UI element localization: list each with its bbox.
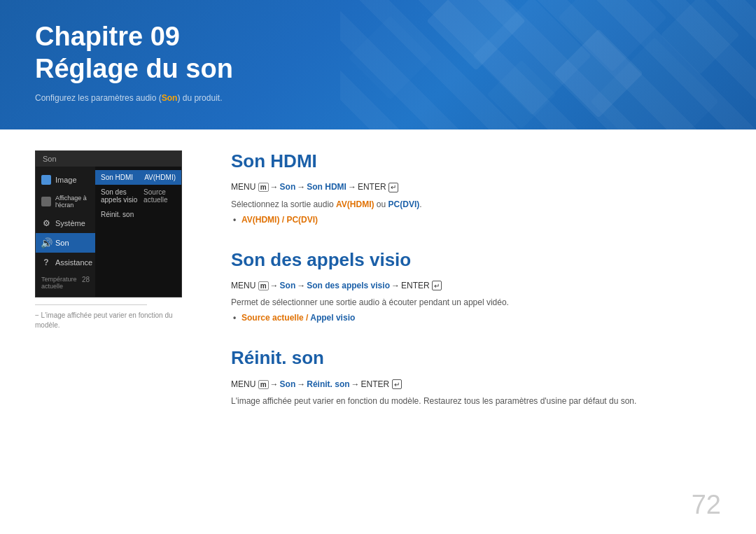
menu-item-sound[interactable]: 🔊 Son xyxy=(36,233,95,253)
subtitle-suffix: ) du produit. xyxy=(177,93,222,103)
subtitle-highlight: Son xyxy=(162,93,178,103)
path-son3: Son xyxy=(280,379,296,389)
arrow8: → xyxy=(297,379,305,389)
son-hdmi-desc: Sélectionnez la sortie audio AV(HDMI) ou… xyxy=(231,198,721,211)
chapter-main-title: Réglage du son xyxy=(35,54,233,83)
menu-right: Son HDMI AV(HDMI) Son des appels visio S… xyxy=(95,167,181,297)
system-icon: ⚙ xyxy=(41,218,51,228)
path-son-appels: Son des appels visio xyxy=(307,281,390,290)
menu-right-item-reinit[interactable]: Réinit. son xyxy=(95,207,181,222)
son-hdmi-bullets: AV(HDMI) / PC(DVI) xyxy=(231,215,721,225)
temp-label: Température actuelle xyxy=(41,276,82,290)
page-number: 72 xyxy=(692,490,721,520)
son-appels-bullets: Source actuelle / Appel visio xyxy=(231,313,721,323)
reinit-label: Réinit. son xyxy=(101,211,134,218)
son-hdmi-bullet-1: AV(HDMI) / PC(DVI) xyxy=(241,215,721,225)
arrow7: → xyxy=(270,379,279,389)
page-header: Chapitre 09 Réglage du son Configurez le… xyxy=(0,0,756,129)
temp-value: 28 xyxy=(82,276,90,290)
son-appels-desc: Permet de sélectionner une sortie audio … xyxy=(231,296,721,309)
header-content: Chapitre 09 Réglage du son Configurez le… xyxy=(0,0,756,124)
main-content: Son Image Affichage à l'écran ⚙ Système xyxy=(0,129,756,534)
menu-label-help: Assistance xyxy=(55,258,92,267)
note-section: − L'image affichée peut varier en foncti… xyxy=(35,304,196,330)
note-divider xyxy=(35,304,147,305)
menu-item-help[interactable]: ? Assistance xyxy=(36,253,95,272)
section-reinit: Réinit. son MENU m → Son → Réinit. son →… xyxy=(231,347,721,407)
menu-label-sound: Son xyxy=(55,239,69,247)
arrow9: → xyxy=(351,379,360,389)
arrow1: → xyxy=(270,182,279,192)
path-son-hdmi: Son HDMI xyxy=(307,182,346,192)
arrow2: → xyxy=(297,182,305,192)
menu-right-item-son-hdmi[interactable]: Son HDMI AV(HDMI) xyxy=(95,170,181,185)
arrow5: → xyxy=(297,281,305,290)
path-enter3: ENTER ↵ xyxy=(361,379,402,390)
menu-temp-row: Température actuelle 28 xyxy=(36,272,95,293)
section-son-appels: Son des appels visio MENU m → Son → Son … xyxy=(231,249,721,323)
menu-header: Son xyxy=(36,151,181,167)
chapter-subtitle: Configurez les paramètres audio (Son) du… xyxy=(35,93,721,103)
image-icon xyxy=(41,175,51,185)
menu-item-display[interactable]: Affichage à l'écran xyxy=(36,190,95,213)
son-appels-bullet-1: Source actuelle / Appel visio xyxy=(241,313,721,323)
menu-items-container: Image Affichage à l'écran ⚙ Système 🔊 So… xyxy=(36,167,181,297)
menu-label-system: Système xyxy=(55,219,85,227)
menu-label-display: Affichage à l'écran xyxy=(55,195,90,209)
arrow3: → xyxy=(348,182,356,192)
help-icon: ? xyxy=(41,258,51,267)
menu-path-menu: MENU m xyxy=(231,182,269,192)
section-son-hdmi: Son HDMI MENU m → Son → Son HDMI → ENTER… xyxy=(231,150,721,225)
menu-screenshot: Son Image Affichage à l'écran ⚙ Système xyxy=(35,150,182,297)
arrow4: → xyxy=(270,281,279,290)
son-appels-value: Source actuelle xyxy=(144,188,176,204)
reinit-title: Réinit. son xyxy=(231,347,721,369)
menu-label-image: Image xyxy=(55,176,77,184)
path-reinit: Réinit. son xyxy=(307,379,349,389)
menu-header-label: Son xyxy=(43,155,57,163)
menu-item-image[interactable]: Image xyxy=(36,170,95,190)
menu-path-menu3: MENU m xyxy=(231,379,269,389)
display-icon xyxy=(41,197,51,206)
son-appels-menu-path: MENU m → Son → Son des appels visio → EN… xyxy=(231,281,721,291)
subtitle-prefix: Configurez les paramètres audio ( xyxy=(35,93,162,103)
son-hdmi-menu-path: MENU m → Son → Son HDMI → ENTER ↵ xyxy=(231,182,721,192)
son-hdmi-title: Son HDMI xyxy=(231,150,721,172)
path-son2: Son xyxy=(280,281,296,290)
right-panel: Son HDMI MENU m → Son → Son HDMI → ENTER… xyxy=(231,150,721,513)
son-hdmi-label: Son HDMI xyxy=(101,174,133,181)
menu-right-item-son-appels[interactable]: Son des appels visio Source actuelle xyxy=(95,185,181,207)
menu-item-system[interactable]: ⚙ Système xyxy=(36,213,95,233)
son-hdmi-value: AV(HDMI) xyxy=(144,174,176,181)
chapter-label: Chapitre 09 xyxy=(35,22,180,51)
menu-left: Image Affichage à l'écran ⚙ Système 🔊 So… xyxy=(36,167,95,297)
reinit-menu-path: MENU m → Son → Réinit. son → ENTER ↵ xyxy=(231,379,721,390)
son-appels-label: Son des appels visio xyxy=(101,188,144,204)
chapter-title: Chapitre 09 Réglage du son xyxy=(35,21,721,85)
son-appels-title: Son des appels visio xyxy=(231,249,721,271)
path-enter2: ENTER ↵ xyxy=(401,281,442,291)
sound-icon: 🔊 xyxy=(41,238,51,248)
menu-path-menu2: MENU m xyxy=(231,281,269,290)
left-panel: Son Image Affichage à l'écran ⚙ Système xyxy=(35,150,196,513)
path-enter: ENTER ↵ xyxy=(358,182,398,192)
reinit-desc: L'image affichée peut varier en fonction… xyxy=(231,395,721,407)
note-text: − L'image affichée peut varier en foncti… xyxy=(35,311,196,330)
path-son: Son xyxy=(280,182,296,192)
arrow6: → xyxy=(391,281,400,290)
